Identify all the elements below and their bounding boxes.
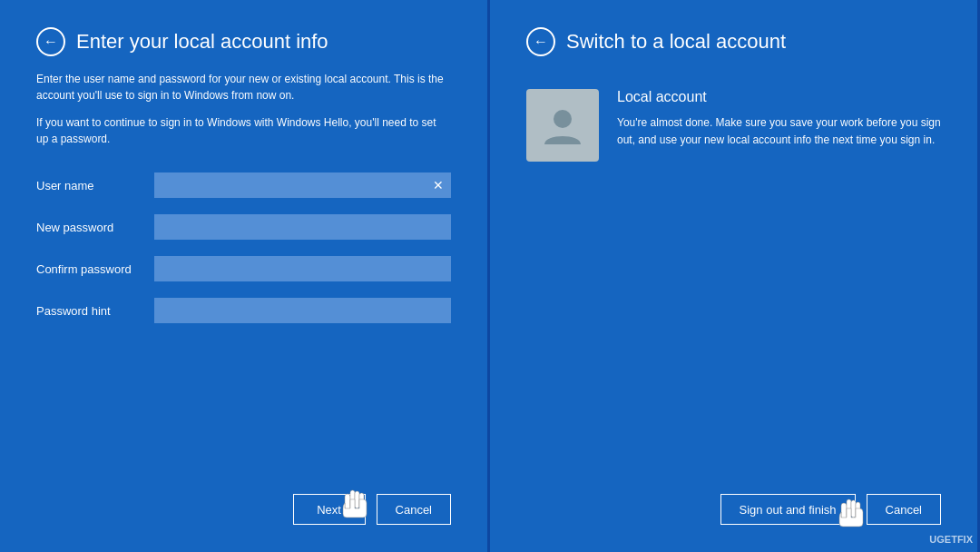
confirm-password-input[interactable] (154, 256, 451, 281)
left-panel-title: Enter your local account info (76, 30, 328, 54)
left-description-2: If you want to continue to sign in to Wi… (36, 114, 451, 147)
left-panel-header: ← Enter your local account info (36, 27, 451, 56)
cancel-right-button[interactable]: Cancel (867, 494, 941, 525)
clear-username-button[interactable]: ✕ (429, 179, 447, 192)
form-section: User name ✕ New password Confirm passwor… (36, 172, 451, 476)
confirm-password-row: Confirm password (36, 256, 451, 281)
right-panel: ← Switch to a local account Local accoun… (490, 0, 980, 552)
username-row: User name ✕ (36, 172, 451, 198)
svg-point-4 (554, 110, 572, 128)
sign-out-button[interactable]: Sign out and finish (720, 494, 856, 525)
right-panel-header: ← Switch to a local account (526, 27, 941, 56)
account-info: Local account You're almost done. Make s… (617, 89, 941, 149)
new-password-input[interactable] (154, 214, 451, 240)
new-password-label: New password (36, 221, 154, 234)
left-description-1: Enter the user name and password for you… (36, 71, 451, 104)
watermark: UGETFIX (929, 534, 973, 545)
username-input-wrapper: ✕ (154, 172, 451, 198)
left-panel: ← Enter your local account info Enter th… (0, 0, 490, 552)
cancel-left-button[interactable]: Cancel (377, 494, 451, 525)
avatar (526, 89, 599, 162)
right-panel-title: Switch to a local account (566, 30, 786, 54)
right-button-row: Sign out and finish Cancel (526, 476, 941, 525)
account-description: You're almost done. Make sure you save y… (617, 114, 941, 149)
password-hint-row: Password hint (36, 298, 451, 323)
avatar-section: Local account You're almost done. Make s… (526, 89, 941, 162)
new-password-row: New password (36, 214, 451, 240)
username-input[interactable] (154, 172, 451, 198)
back-icon-right[interactable]: ← (526, 27, 555, 56)
back-icon-left[interactable]: ← (36, 27, 65, 56)
left-button-row: Next Cancel (36, 476, 451, 525)
account-name: Local account (617, 89, 941, 105)
password-hint-input[interactable] (154, 298, 451, 323)
password-hint-label: Password hint (36, 304, 154, 318)
username-label: User name (36, 179, 154, 192)
confirm-password-label: Confirm password (36, 262, 154, 276)
next-button[interactable]: Next (293, 494, 366, 525)
